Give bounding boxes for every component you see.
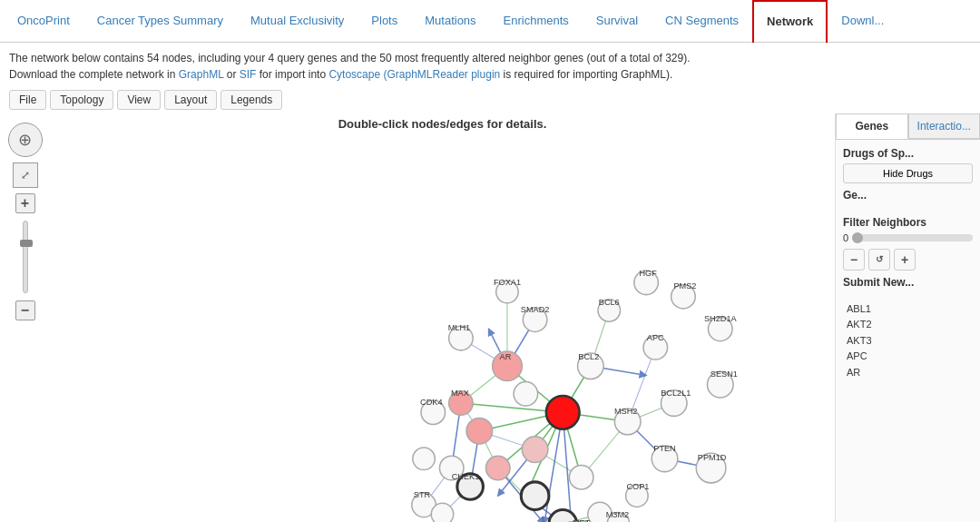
compass-control[interactable]: ⊕: [8, 123, 43, 157]
decrement-button[interactable]: −: [843, 249, 865, 271]
altered-node-2[interactable]: [466, 418, 493, 444]
network-graph[interactable]: FOXA1 MLH1 BCL6 BCL2 HGF PMS2 SH2D1A SMA…: [50, 134, 835, 522]
zoom-out-button[interactable]: −: [15, 300, 35, 320]
topology-button[interactable]: Topology: [50, 90, 113, 110]
svg-text:PTEN: PTEN: [653, 444, 675, 453]
altered-node-4[interactable]: [485, 456, 510, 480]
nav-survival[interactable]: Survival: [583, 0, 652, 43]
svg-text:APC: APC: [647, 332, 664, 341]
main-content: ⊕ ⤢ + − Double-click nodes/edges for det…: [0, 113, 980, 522]
increment-button[interactable]: +: [894, 249, 916, 271]
gene-item-ar[interactable]: AR: [847, 365, 973, 381]
svg-text:CDK4: CDK4: [420, 398, 442, 407]
svg-text:BCL2: BCL2: [578, 352, 599, 361]
center-node[interactable]: [546, 395, 580, 428]
ge-label: Ge...: [843, 189, 973, 202]
gene-item-abl1[interactable]: ABL1: [847, 301, 973, 318]
altered-node-5[interactable]: [522, 436, 548, 462]
svg-text:M3M2: M3M2: [606, 509, 629, 518]
nav-cancer-types-summary[interactable]: Cancer Types Summary: [83, 0, 237, 43]
nav-enrichments[interactable]: Enrichments: [490, 0, 583, 43]
navigation: OncoPrint Cancer Types Summary Mutual Ex…: [0, 0, 980, 43]
tab-interactions[interactable]: Interactio...: [908, 113, 981, 139]
query-node-1[interactable]: [521, 481, 549, 509]
svg-text:MSH2: MSH2: [614, 407, 637, 416]
filter-row: 0: [843, 232, 973, 243]
gene-item-akt3[interactable]: AKT3: [847, 333, 973, 350]
legends-button[interactable]: Legends: [220, 90, 282, 110]
submit-new-label: Submit New...: [843, 276, 973, 289]
expand-button[interactable]: ⤢: [13, 163, 38, 188]
download-prefix: Download the complete network in: [9, 68, 179, 81]
info-line2: Download the complete network in GraphML…: [9, 66, 971, 83]
gene-item-akt2[interactable]: AKT2: [847, 317, 973, 333]
zoom-track: [23, 221, 28, 293]
svg-text:PPM1D: PPM1D: [698, 453, 727, 462]
drugs-title: Drugs of Sp...: [843, 147, 973, 160]
network-instruction: Double-click nodes/edges for details.: [50, 113, 835, 134]
svg-text:SESN1: SESN1: [710, 369, 738, 379]
cytoscape-link[interactable]: Cytoscape: [328, 68, 380, 81]
import-suffix: is required for importing GraphML).: [504, 68, 673, 81]
graphmlreader-link[interactable]: (GraphMLReader plugin: [383, 68, 500, 81]
node-5[interactable]: [431, 503, 454, 522]
left-panel: ⊕ ⤢ + −: [0, 113, 50, 522]
nav-cn-segments[interactable]: CN Segments: [652, 0, 752, 43]
svg-text:HGF: HGF: [639, 269, 657, 278]
nav-mutual-exclusivity[interactable]: Mutual Exclusivity: [237, 0, 358, 43]
gene-item-apc[interactable]: APC: [847, 349, 973, 365]
svg-text:SH2D1A: SH2D1A: [704, 314, 738, 323]
svg-text:BCL6: BCL6: [599, 297, 620, 306]
filter-section: Filter Neighbors 0 − ↺ + Submit New...: [836, 209, 980, 294]
gene-list-section: ABL1 AKT2 AKT3 APC AR: [836, 294, 980, 385]
hide-drugs-button[interactable]: Hide Drugs: [843, 163, 973, 183]
tab-genes[interactable]: Genes: [836, 113, 908, 139]
nav-network[interactable]: Network: [752, 0, 828, 43]
graphml-link[interactable]: GraphML: [179, 68, 224, 81]
node-2[interactable]: [569, 465, 593, 489]
svg-text:PMS2: PMS2: [673, 281, 696, 291]
info-line1: The network below contains 54 nodes, inc…: [9, 50, 971, 66]
svg-text:FOXA1: FOXA1: [494, 278, 521, 287]
reset-button[interactable]: ↺: [868, 249, 890, 271]
node-10[interactable]: [413, 448, 436, 470]
import-prefix: for import into: [260, 68, 329, 81]
node-11[interactable]: [514, 381, 538, 406]
svg-text:STR: STR: [414, 490, 431, 499]
right-tabs: Genes Interactio...: [836, 113, 980, 140]
sif-link[interactable]: SIF: [240, 68, 257, 81]
svg-text:COP1: COP1: [626, 482, 649, 491]
nav-oncoprint[interactable]: OncoPrint: [4, 0, 83, 43]
right-panel: Genes Interactio... Drugs of Sp... Hide …: [835, 113, 980, 522]
info-bar: The network below contains 54 nodes, inc…: [0, 43, 980, 86]
toolbar: File Topology View Layout Legends: [0, 86, 980, 113]
nav-downloads[interactable]: Downl...: [828, 0, 897, 43]
svg-text:AR: AR: [500, 352, 512, 361]
network-area[interactable]: Double-click nodes/edges for details.: [50, 113, 835, 522]
svg-text:CHEK1: CHEK1: [452, 471, 480, 480]
slider-thumb[interactable]: [852, 232, 863, 243]
svg-text:BCL2L1: BCL2L1: [661, 388, 691, 397]
view-button[interactable]: View: [117, 90, 161, 110]
svg-text:MAX: MAX: [451, 388, 469, 397]
filter-value: 0: [843, 232, 848, 243]
gene-list: ABL1 AKT2 AKT3 APC AR: [843, 301, 973, 381]
svg-text:MLH1: MLH1: [448, 323, 470, 332]
nav-plots[interactable]: Plots: [358, 0, 411, 43]
nav-mutations[interactable]: Mutations: [411, 0, 489, 43]
file-button[interactable]: File: [9, 90, 46, 110]
zoom-in-button[interactable]: +: [15, 193, 35, 213]
filter-neighbors-title: Filter Neighbors: [843, 216, 973, 229]
zoom-handle[interactable]: [20, 240, 33, 247]
filter-slider[interactable]: [852, 234, 973, 241]
drugs-section: Drugs of Sp... Hide Drugs Ge...: [836, 140, 980, 209]
svg-text:SMAD2: SMAD2: [521, 305, 550, 314]
or-text: or: [227, 68, 240, 81]
layout-button[interactable]: Layout: [164, 90, 217, 110]
